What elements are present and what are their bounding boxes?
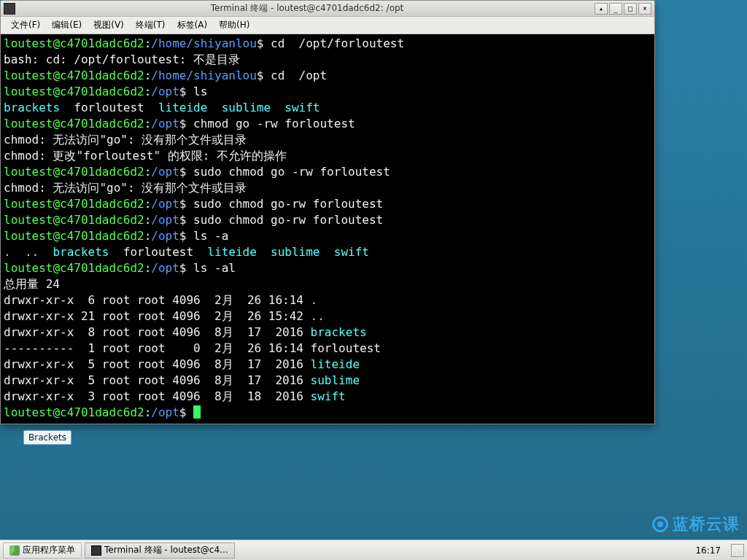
minimize-button[interactable]: _ xyxy=(609,3,622,15)
task-terminal[interactable]: Terminal 终端 - loutest@c4… xyxy=(85,542,235,559)
terminal-window: Terminal 终端 - loutest@c4701dadc6d2: /opt… xyxy=(0,0,655,424)
menu-tabs[interactable]: 标签(A) xyxy=(171,18,214,33)
menu-help[interactable]: 帮助(H) xyxy=(213,18,255,33)
rollup-button[interactable]: ▴ xyxy=(595,3,608,15)
desktop-icon-label: Brackets xyxy=(28,432,66,443)
watermark-icon xyxy=(652,516,668,532)
maximize-button[interactable]: □ xyxy=(624,3,637,15)
menu-file[interactable]: 文件(F) xyxy=(5,18,46,33)
window-title: Terminal 终端 - loutest@c4701dadc6d2: /opt xyxy=(20,2,595,15)
close-button[interactable]: × xyxy=(638,3,651,15)
clock[interactable]: 16:17 xyxy=(688,545,728,556)
desktop-icon-brackets[interactable]: Brackets xyxy=(23,430,71,445)
terminal-task-icon xyxy=(91,545,101,556)
start-menu-button[interactable]: 应用程序菜单 xyxy=(3,542,82,559)
menu-view[interactable]: 视图(V) xyxy=(88,18,130,33)
watermark-text: 蓝桥云课 xyxy=(673,513,740,535)
terminal-icon xyxy=(4,3,15,15)
menu-edit[interactable]: 编辑(E) xyxy=(46,18,88,33)
task-label: Terminal 终端 - loutest@c4… xyxy=(104,544,228,556)
titlebar[interactable]: Terminal 终端 - loutest@c4701dadc6d2: /opt… xyxy=(1,1,654,17)
taskbar: 应用程序菜单 Terminal 终端 - loutest@c4… 16:17 xyxy=(0,540,747,560)
terminal-output[interactable]: loutest@c4701dadc6d2:/home/shiyanlou$ cd… xyxy=(1,34,654,424)
watermark: 蓝桥云课 xyxy=(652,513,740,535)
menubar: 文件(F) 编辑(E) 视图(V) 终端(T) 标签(A) 帮助(H) xyxy=(1,17,654,34)
menu-terminal[interactable]: 终端(T) xyxy=(130,18,171,33)
start-label: 应用程序菜单 xyxy=(23,544,75,556)
tray-icon[interactable] xyxy=(731,544,744,557)
xfce-logo-icon xyxy=(9,545,20,556)
